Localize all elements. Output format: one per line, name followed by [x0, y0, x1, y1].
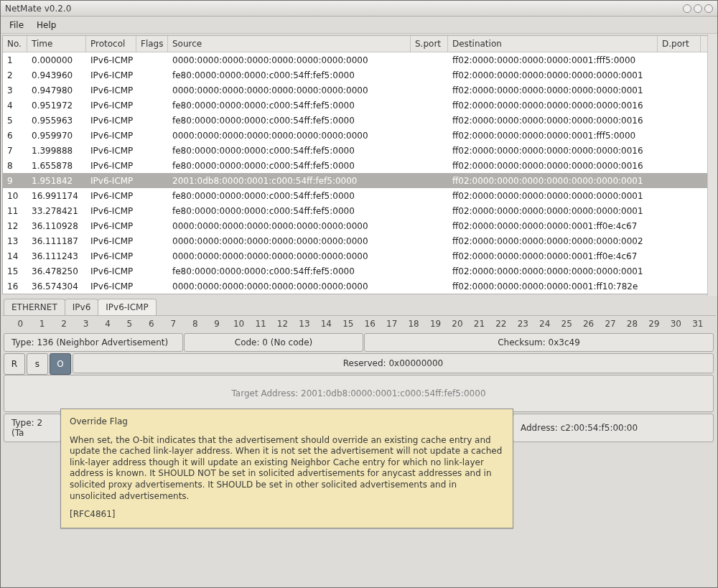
- col-sport[interactable]: S.port: [411, 36, 448, 52]
- cell: IPv6-ICMP: [86, 131, 136, 141]
- cell: 0.943960: [27, 70, 86, 80]
- table-row[interactable]: 1536.478250IPv6-ICMPfe80:0000:0000:0000:…: [3, 263, 715, 279]
- col-dport[interactable]: D.port: [658, 36, 701, 52]
- minimize-icon[interactable]: [683, 4, 691, 13]
- cell: 0.955963: [27, 116, 86, 126]
- bit-label: 30: [665, 319, 686, 329]
- bit-label: 8: [185, 319, 206, 329]
- table-row[interactable]: 40.951972IPv6-ICMPfe80:0000:0000:0000:c0…: [3, 98, 715, 113]
- bit-label: 14: [315, 319, 337, 329]
- cell: 0.959970: [27, 131, 86, 141]
- table-row[interactable]: 1016.991174IPv6-ICMPfe80:0000:0000:0000:…: [3, 188, 715, 203]
- close-icon[interactable]: [704, 4, 713, 13]
- cell: 0.951972: [27, 101, 86, 111]
- bit-label: 2: [53, 319, 75, 329]
- cell: fe80:0000:0000:0000:c000:54ff:fef5:0000: [168, 146, 411, 156]
- tab-ipv6[interactable]: IPv6: [65, 299, 99, 315]
- table-row[interactable]: 50.955963IPv6-ICMPfe80:0000:0000:0000:c0…: [3, 113, 715, 128]
- col-flags[interactable]: Flags: [136, 36, 168, 52]
- field-type[interactable]: Type: 136 (Neighbor Advertisement): [4, 333, 183, 352]
- titlebar[interactable]: NetMate v0.2.0: [1, 1, 717, 17]
- cell: IPv6-ICMP: [86, 101, 136, 111]
- cell: ff02:0000:0000:0000:0000:0000:0000:0001: [448, 85, 658, 95]
- cell: 13: [3, 236, 27, 246]
- cell: 15: [3, 266, 27, 276]
- cell: 3: [3, 85, 27, 95]
- bit-label: 24: [534, 319, 556, 329]
- bit-label: 31: [687, 319, 709, 329]
- cell: fe80:0000:0000:0000:c000:54ff:fef5:0000: [168, 206, 411, 216]
- cell: 0000:0000:0000:0000:0000:0000:0000:0000: [168, 131, 411, 141]
- cell: ff02:0000:0000:0000:0000:0000:0000:0002: [448, 236, 658, 246]
- field-reserved[interactable]: Reserved: 0x00000000: [73, 353, 714, 373]
- bit-label: 26: [577, 319, 599, 329]
- bit-label: 11: [250, 319, 271, 329]
- table-row[interactable]: 30.947980IPv6-ICMP0000:0000:0000:0000:00…: [3, 83, 715, 98]
- cell: 16: [3, 281, 27, 291]
- cell: ff02:0000:0000:0000:0000:0000:0000:0016: [448, 116, 658, 126]
- table-row[interactable]: 20.943960IPv6-ICMPfe80:0000:0000:0000:c0…: [3, 67, 715, 83]
- cell: 16.991174: [27, 191, 86, 201]
- table-row[interactable]: 10.000000IPv6-ICMP0000:0000:0000:0000:00…: [3, 52, 715, 67]
- table-row[interactable]: 1336.111187IPv6-ICMP0000:0000:0000:0000:…: [3, 233, 715, 248]
- cell: 36.478250: [27, 266, 86, 276]
- field-code[interactable]: Code: 0 (No code): [184, 333, 363, 352]
- field-target-address[interactable]: Target Address: 2001:0db8:0000:0001:c000…: [4, 375, 714, 412]
- cell: 0000:0000:0000:0000:0000:0000:0000:0000: [168, 281, 411, 291]
- packet-list: No. Time Protocol Flags Source S.port De…: [1, 34, 717, 296]
- field-option-type[interactable]: Type: 2 (Ta: [4, 414, 61, 442]
- table-row[interactable]: 1636.574304IPv6-ICMP0000:0000:0000:0000:…: [3, 279, 715, 294]
- menu-file[interactable]: File: [4, 19, 29, 32]
- cell: fe80:0000:0000:0000:c000:54ff:fef5:0000: [168, 116, 411, 126]
- bit-label: 21: [468, 319, 490, 329]
- cell: IPv6-ICMP: [86, 221, 136, 231]
- cell: ff02:0000:0000:0000:0000:0001:fff5:0000: [448, 131, 658, 141]
- menu-help[interactable]: Help: [31, 19, 62, 32]
- cell: fe80:0000:0000:0000:c000:54ff:fef5:0000: [168, 101, 411, 111]
- table-row[interactable]: 91.951842IPv6-ICMP2001:0db8:0000:0001:c0…: [3, 173, 715, 188]
- flag-s-button[interactable]: s: [27, 353, 48, 375]
- vertical-scrollbar[interactable]: [707, 34, 717, 296]
- cell: 11: [3, 206, 27, 216]
- flag-r-button[interactable]: R: [4, 353, 25, 375]
- table-row[interactable]: 1436.111243IPv6-ICMP0000:0000:0000:0000:…: [3, 248, 715, 263]
- bit-ruler: 0123456789101112131415161718192021222324…: [2, 315, 716, 333]
- cell: 0.947980: [27, 85, 86, 95]
- table-row[interactable]: 81.655878IPv6-ICMPfe80:0000:0000:0000:c0…: [3, 158, 715, 173]
- table-row[interactable]: 60.959970IPv6-ICMP0000:0000:0000:0000:00…: [3, 128, 715, 143]
- cell: 0000:0000:0000:0000:0000:0000:0000:0000: [168, 221, 411, 231]
- cell: IPv6-ICMP: [86, 55, 136, 65]
- bit-label: 20: [447, 319, 468, 329]
- tab-ipv6-icmp[interactable]: IPv6-ICMP: [98, 299, 156, 315]
- col-protocol[interactable]: Protocol: [86, 36, 136, 52]
- bit-label: 4: [97, 319, 118, 329]
- cell: IPv6-ICMP: [86, 146, 136, 156]
- cell: ff02:0000:0000:0000:0000:0001:ff10:782e: [448, 281, 658, 291]
- field-checksum[interactable]: Checksum: 0x3c49: [364, 333, 714, 352]
- col-source[interactable]: Source: [168, 36, 411, 52]
- bit-label: 10: [228, 319, 249, 329]
- col-time[interactable]: Time: [27, 36, 86, 52]
- table-row[interactable]: 71.399888IPv6-ICMPfe80:0000:0000:0000:c0…: [3, 143, 715, 158]
- cell: ff02:0000:0000:0000:0000:0000:0000:0001: [448, 266, 658, 276]
- bit-label: 18: [403, 319, 424, 329]
- col-dest[interactable]: Destination: [448, 36, 658, 52]
- cell: IPv6-ICMP: [86, 251, 136, 261]
- table-row[interactable]: 1133.278421IPv6-ICMPfe80:0000:0000:0000:…: [3, 203, 715, 218]
- cell: 4: [3, 101, 27, 111]
- table-row[interactable]: 1236.110928IPv6-ICMP0000:0000:0000:0000:…: [3, 218, 715, 233]
- field-link-layer-address[interactable]: Address: c2:00:54:f5:00:00: [513, 414, 714, 442]
- maximize-icon[interactable]: [694, 4, 702, 13]
- cell: 36.111243: [27, 251, 86, 261]
- cell: ff02:0000:0000:0000:0000:0001:ff0e:4c67: [448, 221, 658, 231]
- bit-label: 3: [75, 319, 96, 329]
- bit-label: 0: [9, 319, 31, 329]
- tab-ethernet[interactable]: ETHERNET: [4, 299, 65, 315]
- flag-o-button[interactable]: O: [50, 353, 71, 375]
- cell: 5: [3, 116, 27, 126]
- bit-label: 7: [162, 319, 184, 329]
- cell: 0.000000: [27, 55, 86, 65]
- cell: 36.574304: [27, 281, 86, 291]
- cell: IPv6-ICMP: [86, 191, 136, 201]
- col-no[interactable]: No.: [3, 36, 27, 52]
